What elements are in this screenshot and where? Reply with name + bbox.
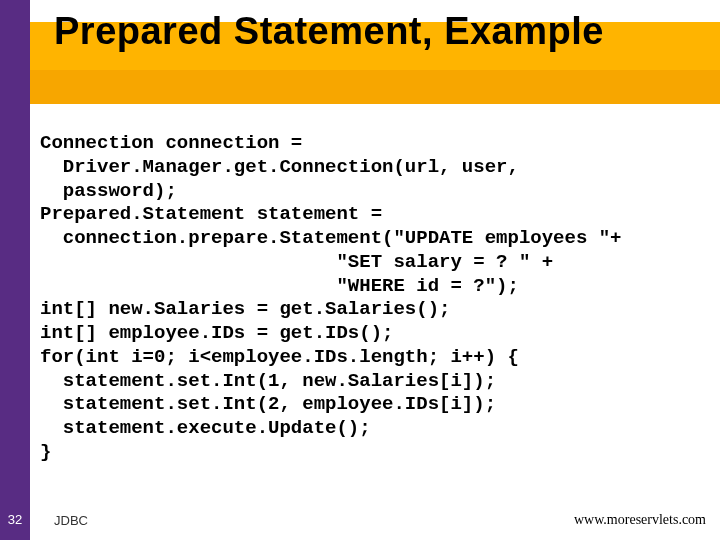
footer-url: www.moreservlets.com	[574, 512, 706, 528]
code-block: Connection connection = Driver.Manager.g…	[40, 132, 704, 465]
slide-title: Prepared Statement, Example	[54, 10, 604, 53]
footer: 32 JDBC www.moreservlets.com	[0, 506, 720, 530]
sidebar-accent	[0, 0, 30, 540]
footer-topic: JDBC	[54, 513, 88, 528]
page-number: 32	[0, 508, 30, 530]
slide: Prepared Statement, Example Connection c…	[0, 0, 720, 540]
title-band: Prepared Statement, Example	[30, 22, 720, 104]
